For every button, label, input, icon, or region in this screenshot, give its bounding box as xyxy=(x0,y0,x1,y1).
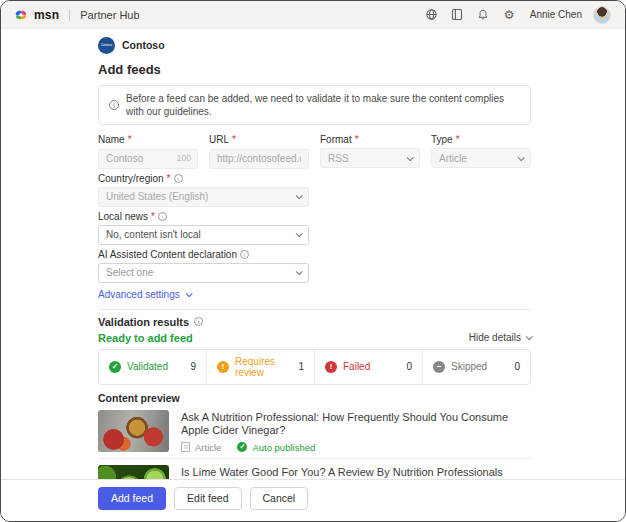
header-divider xyxy=(69,9,70,21)
skipped-minus-icon xyxy=(433,361,445,373)
skipped-stat: Skipped 0 xyxy=(422,350,530,384)
local-news-label: Local news* xyxy=(98,212,309,222)
requires-review-warning-icon xyxy=(217,361,229,373)
chevron-down-icon xyxy=(407,154,414,161)
language-globe-icon[interactable] xyxy=(424,7,439,22)
page-title: Add feeds xyxy=(98,62,531,77)
article-type: Article xyxy=(195,442,221,453)
chevron-down-icon xyxy=(185,290,192,297)
url-input xyxy=(209,149,309,169)
auto-published-check-icon xyxy=(237,442,247,452)
article-title: Ask A Nutrition Professional: How Freque… xyxy=(181,411,531,437)
validation-status: Ready to add feed xyxy=(98,332,193,344)
failed-error-icon xyxy=(325,361,337,373)
content-preview-title: Content preview xyxy=(98,393,531,404)
edit-feed-button[interactable]: Edit feed xyxy=(174,487,241,510)
requires-review-stat: Requires review 1 xyxy=(206,350,314,384)
country-info-icon[interactable] xyxy=(174,174,183,183)
country-select: United States (English) xyxy=(98,187,309,207)
content-preview-item[interactable]: Ask A Nutrition Professional: How Freque… xyxy=(98,404,531,459)
validated-check-icon xyxy=(109,361,121,373)
chevron-down-icon xyxy=(526,333,533,340)
format-label: Format* xyxy=(320,135,420,145)
name-char-counter: 100 xyxy=(177,153,191,163)
info-icon xyxy=(109,100,119,110)
name-field-group: Name* 100 xyxy=(98,135,198,169)
ai-declaration-info-icon[interactable] xyxy=(240,250,249,259)
type-field-group: Type* Article xyxy=(431,135,531,169)
publisher-avatar-text: Contoso xyxy=(101,43,112,47)
required-asterisk: * xyxy=(232,135,236,145)
name-label: Name* xyxy=(98,135,198,145)
partner-hub-window: msn Partner Hub ⚙ Annie C xyxy=(0,0,626,522)
validation-info-icon[interactable] xyxy=(194,317,203,326)
format-field-group: Format* RSS xyxy=(320,135,420,169)
info-banner: Before a feed can be added, we need to v… xyxy=(98,85,531,125)
section-divider xyxy=(98,309,531,310)
ai-declaration-field-group: AI Assisted Content declaration Select o… xyxy=(98,250,309,283)
settings-gear-icon[interactable]: ⚙ xyxy=(502,7,517,22)
article-type-icon xyxy=(181,442,190,452)
failed-count: 0 xyxy=(406,361,412,372)
chevron-down-icon xyxy=(296,230,303,237)
brand-area: msn Partner Hub xyxy=(13,7,140,22)
article-status: Auto published xyxy=(252,442,315,453)
notifications-bell-icon[interactable] xyxy=(476,7,491,22)
validation-results-title: Validation results xyxy=(98,316,531,328)
advanced-settings-link[interactable]: Advanced settings xyxy=(98,290,191,300)
header-actions: ⚙ Annie Chen xyxy=(424,6,611,24)
skipped-count: 0 xyxy=(514,361,520,372)
local-news-select[interactable]: No, content isn't local xyxy=(98,225,309,245)
app-name: Partner Hub xyxy=(80,9,139,21)
thumbnail-apple-cider-vinegar xyxy=(98,410,169,452)
required-asterisk: * xyxy=(167,174,171,184)
add-feed-button[interactable]: Add feed xyxy=(98,487,166,510)
resources-book-icon[interactable] xyxy=(450,7,465,22)
required-asterisk: * xyxy=(128,135,132,145)
action-footer: Add feed Edit feed Cancel xyxy=(1,479,625,521)
validation-status-row: Ready to add feed Hide details xyxy=(98,332,531,344)
validation-summary-box: Validated 9 Requires review 1 Failed 0 S… xyxy=(98,349,531,385)
user-avatar[interactable] xyxy=(593,6,611,24)
chevron-down-icon xyxy=(296,192,303,199)
feed-fields-row: Name* 100 URL* Format* RSS xyxy=(98,135,531,169)
article-title: Is Lime Water Good For You? A Review By … xyxy=(181,466,503,479)
ai-declaration-label: AI Assisted Content declaration xyxy=(98,250,309,260)
article-meta: Article Auto published xyxy=(181,442,531,453)
required-asterisk: * xyxy=(456,135,460,145)
failed-stat: Failed 0 xyxy=(314,350,422,384)
msn-logo-text: msn xyxy=(34,8,59,22)
top-bar: msn Partner Hub ⚙ Annie C xyxy=(1,1,625,29)
hide-details-toggle[interactable]: Hide details xyxy=(469,332,531,343)
publisher-name: Contoso xyxy=(122,39,165,51)
chevron-down-icon xyxy=(518,154,525,161)
validated-stat: Validated 9 xyxy=(99,350,206,384)
required-asterisk: * xyxy=(151,212,155,222)
ai-declaration-select[interactable]: Select one xyxy=(98,263,309,283)
type-select: Article xyxy=(431,148,531,168)
publisher-avatar: Contoso xyxy=(98,37,115,54)
format-select: RSS xyxy=(320,148,420,168)
user-name: Annie Chen xyxy=(530,9,582,20)
url-field-group: URL* xyxy=(209,135,309,169)
validated-count: 9 xyxy=(190,361,196,372)
local-news-info-icon[interactable] xyxy=(158,212,167,221)
country-label: Country/region* xyxy=(98,174,309,184)
type-label: Type* xyxy=(431,135,531,145)
requires-review-count: 1 xyxy=(298,361,304,372)
url-label: URL* xyxy=(209,135,309,145)
info-banner-text: Before a feed can be added, we need to v… xyxy=(126,92,520,118)
local-news-field-group: Local news* No, content isn't local xyxy=(98,212,309,245)
msn-butterfly-logo-icon xyxy=(13,7,28,22)
chevron-down-icon xyxy=(296,268,303,275)
main-content: Contoso Contoso Add feeds Before a feed … xyxy=(1,29,531,522)
required-asterisk: * xyxy=(355,135,359,145)
publisher-row: Contoso Contoso xyxy=(98,37,531,53)
cancel-button[interactable]: Cancel xyxy=(250,487,309,510)
country-field-group: Country/region* United States (English) xyxy=(98,174,309,207)
